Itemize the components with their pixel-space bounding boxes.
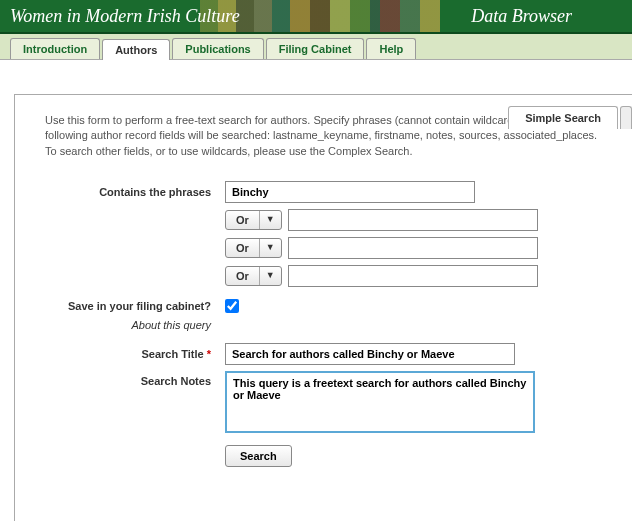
sub-tabs: Simple Search — [508, 106, 632, 129]
or-dropdown-1[interactable]: Or ▼ — [225, 210, 282, 230]
main-tabs: Introduction Authors Publications Filing… — [0, 34, 632, 60]
caret-down-icon: ▼ — [259, 211, 281, 229]
subtab-simple-search[interactable]: Simple Search — [508, 106, 618, 129]
contains-input-4[interactable] — [288, 265, 538, 287]
save-checkbox[interactable] — [225, 299, 239, 313]
app-header: Women in Modern Irish Culture Data Brows… — [0, 0, 632, 34]
contains-label: Contains the phrases — [45, 186, 225, 198]
about-query-label: About this query — [45, 319, 225, 331]
app-title: Women in Modern Irish Culture — [10, 6, 240, 27]
contains-input-3[interactable] — [288, 237, 538, 259]
subtab-next[interactable] — [620, 106, 632, 129]
contains-input-2[interactable] — [288, 209, 538, 231]
tab-help[interactable]: Help — [366, 38, 416, 59]
search-notes-label: Search Notes — [45, 371, 225, 387]
save-label: Save in your filing cabinet? — [45, 300, 225, 312]
tab-introduction[interactable]: Introduction — [10, 38, 100, 59]
or-label: Or — [226, 211, 259, 229]
or-dropdown-2[interactable]: Or ▼ — [225, 238, 282, 258]
content-area: Simple Search Use this form to perform a… — [0, 94, 632, 527]
caret-down-icon: ▼ — [259, 239, 281, 257]
tab-filing-cabinet[interactable]: Filing Cabinet — [266, 38, 365, 59]
tab-authors[interactable]: Authors — [102, 39, 170, 60]
search-panel: Use this form to perform a free-text sea… — [14, 94, 632, 521]
required-icon: * — [207, 348, 211, 360]
search-title-label: Search Title * — [45, 348, 225, 360]
caret-down-icon: ▼ — [259, 267, 281, 285]
search-title-input[interactable] — [225, 343, 515, 365]
tab-publications[interactable]: Publications — [172, 38, 263, 59]
contains-input-1[interactable] — [225, 181, 475, 203]
app-subtitle: Data Browser — [471, 6, 572, 27]
or-dropdown-3[interactable]: Or ▼ — [225, 266, 282, 286]
search-button[interactable]: Search — [225, 445, 292, 467]
search-notes-textarea[interactable] — [225, 371, 535, 433]
